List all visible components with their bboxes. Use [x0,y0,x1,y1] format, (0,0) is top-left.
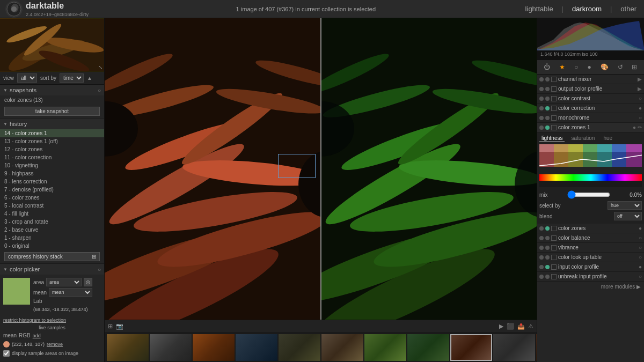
nav-other[interactable]: other [618,4,639,14]
tab-hue[interactable]: hue [601,135,614,142]
expand-icon[interactable]: ⤡ [98,64,103,70]
history-item-11[interactable]: 11 - color correction [0,153,104,161]
module-checkbox-icp[interactable] [551,264,557,270]
history-item-5[interactable]: 5 - local contrast [0,202,104,210]
history-item-9[interactable]: 9 - highpass [0,169,104,178]
camera-icon[interactable]: 📷 [116,323,123,330]
tab-lightness[interactable]: lightness [539,135,565,142]
tab-saturation[interactable]: saturation [569,135,597,142]
filmstrip-thumb-9[interactable] [450,334,492,361]
module-monochrome[interactable]: monochrome ○ [537,113,644,123]
module-input-color-profile[interactable]: input color profile ● [537,262,644,272]
module-color-zones[interactable]: color zones ● [537,224,644,233]
module-arrow-vib[interactable]: ○ [639,245,642,250]
module-checkbox-cc[interactable] [551,96,557,101]
module-arrow-cz1[interactable]: ● [633,124,636,130]
refresh-icon[interactable]: ↺ [617,62,624,72]
mean-select[interactable]: mean [49,288,92,297]
nav-darkroom[interactable]: darkroom [570,4,604,14]
filmstrip-thumb-6[interactable] [321,334,363,361]
filmstrip-thumb-11[interactable] [536,334,537,361]
history-item-14[interactable]: 14 - color zones 1 [0,129,104,137]
restrict-histogram-button[interactable]: restrict histogram to selection [3,316,101,324]
warning-icon[interactable]: ⚠ [528,323,533,330]
snapshot-item[interactable]: color zones (13) [0,95,104,105]
module-arrow-mono[interactable]: ○ [639,115,642,121]
module-checkbox-cz1[interactable] [551,125,557,130]
module-arrow-cc[interactable]: ○ [639,95,642,101]
module-arrow-icp[interactable]: ● [639,264,642,270]
sort-select[interactable]: time [60,73,84,83]
select-by-select[interactable]: hue saturation lightness [608,201,642,210]
module-edit-cz1[interactable]: ✏ [638,124,642,130]
filmstrip-thumb-1[interactable] [107,334,149,361]
module-output-color-profile[interactable]: output color profile ▶ [537,84,644,94]
module-arrow-cb[interactable]: ○ [639,235,642,241]
color-picker-header[interactable]: ▼ color picker ○ [0,264,104,275]
color-picker-settings-icon[interactable]: ○ [98,267,101,272]
remove-sample-button[interactable]: remove [47,342,63,347]
live-samples-button[interactable]: live samples [3,324,101,331]
module-expand-channel-mixer[interactable]: ▶ [638,76,642,82]
export-icon[interactable]: 📤 [517,323,525,330]
compress-history-button[interactable]: compress history stack ⊞ [4,252,100,261]
history-item-7[interactable]: 7 - denoise (profiled) [0,186,104,194]
module-color-lut[interactable]: color look up table ○ [537,253,644,262]
history-item-13[interactable]: 13 - color zones 1 (off) [0,137,104,145]
view-select[interactable]: all [17,73,37,83]
filmstrip-thumb-8[interactable] [407,334,449,361]
selection-box[interactable] [278,154,316,178]
module-color-balance[interactable]: color balance ○ [537,233,644,243]
filmstrip-thumb-7[interactable] [364,334,406,361]
history-item-10[interactable]: 10 - vignetting [0,161,104,169]
color-icon[interactable]: 🎨 [599,62,610,72]
module-color-correction[interactable]: color correction ● [537,104,644,113]
square-icon[interactable]: ⬛ [507,323,514,330]
module-checkbox-uip[interactable] [551,274,557,279]
filmstrip-thumb-5[interactable] [279,334,320,361]
module-checkbox-lut[interactable] [551,255,557,260]
module-arrow-ccorr[interactable]: ● [639,105,642,111]
display-sample-checkbox[interactable] [3,350,10,357]
circle-icon[interactable]: ○ [573,62,579,72]
module-unbreak-input[interactable]: unbreak input profile ○ [537,272,644,282]
split-line[interactable] [320,18,321,320]
history-item-8[interactable]: 8 - lens correction [0,178,104,186]
module-color-contrast[interactable]: color contrast ○ [537,94,644,104]
filmstrip-thumb-2[interactable] [150,334,192,361]
area-select[interactable]: area [46,278,82,286]
filled-circle-icon[interactable]: ● [586,62,592,72]
history-item-0[interactable]: 0 - original [0,242,104,250]
module-checkbox-channel-mixer[interactable] [551,77,557,82]
history-item-1[interactable]: 1 - sharpen [0,234,104,242]
history-item-2[interactable]: 2 - base curve [0,226,104,234]
blend-select[interactable]: off normal [614,212,642,220]
module-arrow-ocp[interactable]: ▶ [638,86,642,92]
module-channel-mixer[interactable]: channel mixer ▶ [537,75,644,84]
history-item-6[interactable]: 6 - color zones [0,194,104,202]
filmstrip-thumb-10[interactable] [493,334,535,361]
module-arrow-cz[interactable]: ● [639,225,642,231]
filmstrip-thumb-4[interactable] [236,334,277,361]
more-modules-link[interactable]: more modules ▶ [537,282,644,292]
module-checkbox-vib[interactable] [551,245,557,250]
snapshots-settings-icon[interactable]: ○ [98,87,101,93]
module-checkbox-ccorr[interactable] [551,106,557,111]
play-icon[interactable]: ▶ [499,323,503,330]
sort-direction-icon[interactable]: ▲ [87,75,92,81]
star-icon[interactable]: ★ [558,62,566,72]
module-checkbox-mono[interactable] [551,115,557,121]
history-item-12[interactable]: 12 - color zones [0,145,104,153]
mix-slider[interactable] [567,190,610,199]
take-snapshot-button[interactable]: take snapshot [4,107,100,116]
grid-module-icon[interactable]: ⊞ [631,62,638,72]
module-checkbox-cz[interactable] [551,226,557,231]
module-vibrance[interactable]: vibrance ○ [537,243,644,253]
image-area[interactable] [105,18,537,320]
color-eyedropper-icon[interactable]: ◎ [84,278,92,286]
module-checkbox-cb[interactable] [551,235,557,241]
filmstrip-thumb-3[interactable] [193,334,235,361]
power-icon[interactable]: ⏻ [543,62,551,72]
history-item-3[interactable]: 3 - crop and rotate [0,218,104,226]
module-checkbox-ocp[interactable] [551,86,557,92]
